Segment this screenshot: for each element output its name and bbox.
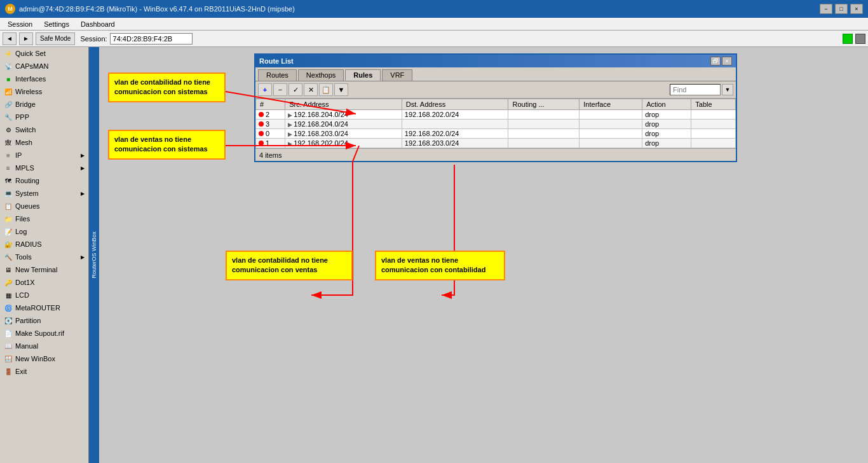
- forward-button[interactable]: ►: [19, 32, 33, 45]
- route-window-restore-button[interactable]: 🗗: [710, 57, 721, 66]
- tools-arrow-icon: ▶: [81, 254, 85, 260]
- col-dst-address: Dst. Address: [402, 99, 508, 110]
- manual-icon: 📖: [4, 342, 13, 350]
- sidebar-item-mpls[interactable]: ≡ MPLS ▶: [0, 162, 88, 174]
- route-window-status: 4 items: [255, 148, 736, 161]
- sidebar-item-log[interactable]: 📝 Log: [0, 225, 88, 238]
- sidebar-label-quickset: Quick Set: [15, 50, 46, 57]
- window-controls: − □ ×: [820, 4, 863, 14]
- sidebar-item-newterminal[interactable]: 🖥 New Terminal: [0, 263, 88, 276]
- sidebar-label-queues: Queues: [15, 202, 40, 210]
- table-row[interactable]: 0 ▶192.168.203.0/24 192.168.202.0/24 dro…: [256, 129, 736, 139]
- route-window-title: Route List: [259, 57, 294, 65]
- menu-session[interactable]: Session: [3, 19, 37, 29]
- mesh-icon: 🕸: [4, 138, 13, 147]
- find-input[interactable]: [670, 84, 721, 95]
- minimize-button[interactable]: −: [820, 4, 832, 14]
- cell-num-0: 2: [256, 110, 285, 120]
- sidebar-item-ip[interactable]: ≡ IP ▶: [0, 149, 88, 162]
- tools-icon: 🔨: [4, 252, 13, 261]
- makesupout-icon: 📄: [4, 329, 13, 338]
- cell-action-2: drop: [642, 129, 691, 139]
- sidebar-item-lcd[interactable]: ▦ LCD: [0, 289, 88, 301]
- sidebar-item-newwinbox[interactable]: 🪟 New WinBox: [0, 352, 88, 365]
- sidebar-item-radius[interactable]: 🔐 RADIUS: [0, 238, 88, 251]
- route-items-count: 4 items: [259, 151, 281, 159]
- enable-rule-button[interactable]: ✓: [288, 83, 302, 96]
- sidebar-label-mesh: Mesh: [15, 139, 32, 146]
- sidebar-item-quickset[interactable]: ⚡ Quick Set: [0, 47, 88, 60]
- close-button[interactable]: ×: [850, 4, 863, 14]
- session-label: Session:: [80, 35, 107, 43]
- sidebar-item-system[interactable]: 💻 System ▶: [0, 187, 88, 200]
- radius-icon: 🔐: [4, 240, 13, 249]
- sidebar-item-metarouter[interactable]: 🌀 MetaROUTER: [0, 301, 88, 314]
- tab-routes[interactable]: Routes: [258, 69, 297, 81]
- menu-settings[interactable]: Settings: [39, 19, 74, 29]
- main-toolbar: ◄ ► Safe Mode Session:: [0, 31, 868, 47]
- system-icon: 💻: [4, 189, 13, 198]
- route-window-close-button[interactable]: ×: [722, 57, 732, 66]
- sidebar-item-makesupout[interactable]: 📄 Make Supout.rif: [0, 327, 88, 340]
- annotation-contabilidad-sistemas: vlan de contabilidad no tiene comunicaci…: [108, 73, 226, 102]
- sidebar-item-bridge[interactable]: 🔗 Bridge: [0, 98, 88, 111]
- sidebar-item-switch[interactable]: ⚙ Switch: [0, 123, 88, 136]
- sidebar-item-manual[interactable]: 📖 Manual: [0, 340, 88, 352]
- files-icon: 📁: [4, 214, 13, 223]
- maximize-button[interactable]: □: [835, 4, 848, 14]
- tab-rules[interactable]: Rules: [345, 69, 381, 81]
- find-arrow-button[interactable]: ▼: [722, 84, 733, 95]
- sidebar-item-queues[interactable]: 📋 Queues: [0, 200, 88, 212]
- sidebar-label-ip: IP: [15, 151, 22, 159]
- col-src-address: Src. Address: [285, 99, 402, 110]
- bridge-icon: 🔗: [4, 100, 13, 109]
- terminal-icon: 🖥: [4, 265, 13, 274]
- sidebar-item-mesh[interactable]: 🕸 Mesh: [0, 136, 88, 149]
- sidebar-item-routing[interactable]: 🗺 Routing: [0, 174, 88, 187]
- safe-mode-button[interactable]: Safe Mode: [36, 32, 75, 45]
- disable-rule-button[interactable]: ✕: [304, 83, 318, 96]
- sidebar-item-files[interactable]: 📁 Files: [0, 212, 88, 225]
- title-bar: M admin@74:4D:28:B9:F4:2B (MikroTik) - W…: [0, 0, 868, 18]
- sidebar-item-partition[interactable]: 💽 Partition: [0, 314, 88, 327]
- main-layout: ⚡ Quick Set 📡 CAPsMAN ■ Interfaces 📶 Wir…: [0, 47, 868, 463]
- sidebar-label-bridge: Bridge: [15, 100, 36, 108]
- cell-num-1: 3: [256, 120, 285, 129]
- sidebar-label-manual: Manual: [15, 342, 38, 350]
- session-input[interactable]: [110, 33, 193, 45]
- tab-nexthops[interactable]: Nexthops: [298, 69, 344, 81]
- sidebar-item-ppp[interactable]: 🔧 PPP: [0, 111, 88, 123]
- app-icon: M: [5, 4, 15, 14]
- switch-icon: ⚙: [4, 125, 13, 134]
- sidebar-item-wireless[interactable]: 📶 Wireless: [0, 85, 88, 98]
- menu-dashboard[interactable]: Dashboard: [76, 19, 120, 29]
- table-row[interactable]: 1 ▶192.168.202.0/24 192.168.203.0/24 dro…: [256, 139, 736, 148]
- route-window-controls: 🗗 ×: [710, 57, 732, 66]
- add-rule-button[interactable]: +: [258, 83, 272, 96]
- cell-action-0: drop: [642, 110, 691, 120]
- sidebar-item-tools[interactable]: 🔨 Tools ▶: [0, 251, 88, 263]
- sidebar-item-dot1x[interactable]: 🔑 Dot1X: [0, 276, 88, 289]
- route-window-toolbar: + − ✓ ✕ 📋 ▼ ▼: [255, 81, 736, 99]
- cell-table-1: [691, 120, 736, 129]
- copy-rule-button[interactable]: 📋: [319, 83, 333, 96]
- table-row[interactable]: 2 ▶192.168.204.0/24 192.168.202.0/24 dro…: [256, 110, 736, 120]
- newwinbox-icon: 🪟: [4, 354, 13, 363]
- cell-dst-1: [402, 120, 508, 129]
- cell-routing-1: [508, 120, 580, 129]
- table-row[interactable]: 3 ▶192.168.204.0/24 drop: [256, 120, 736, 129]
- back-button[interactable]: ◄: [3, 32, 17, 45]
- cell-dst-2: 192.168.202.0/24: [402, 129, 508, 139]
- remove-rule-button[interactable]: −: [273, 83, 287, 96]
- route-tab-bar: Routes Nexthops Rules VRF: [255, 67, 736, 81]
- sidebar-item-interfaces[interactable]: ■ Interfaces: [0, 73, 88, 85]
- cell-action-3: drop: [642, 139, 691, 148]
- sidebar-item-exit[interactable]: 🚪 Exit: [0, 365, 88, 378]
- tab-vrf[interactable]: VRF: [382, 69, 412, 81]
- sidebar-item-capsman[interactable]: 📡 CAPsMAN: [0, 60, 88, 73]
- lcd-icon: ▦: [4, 291, 13, 300]
- sidebar-label-log: Log: [15, 228, 27, 235]
- cell-src-1: ▶192.168.204.0/24: [285, 120, 402, 129]
- filter-rule-button[interactable]: ▼: [334, 83, 348, 96]
- cell-dst-0: 192.168.202.0/24: [402, 110, 508, 120]
